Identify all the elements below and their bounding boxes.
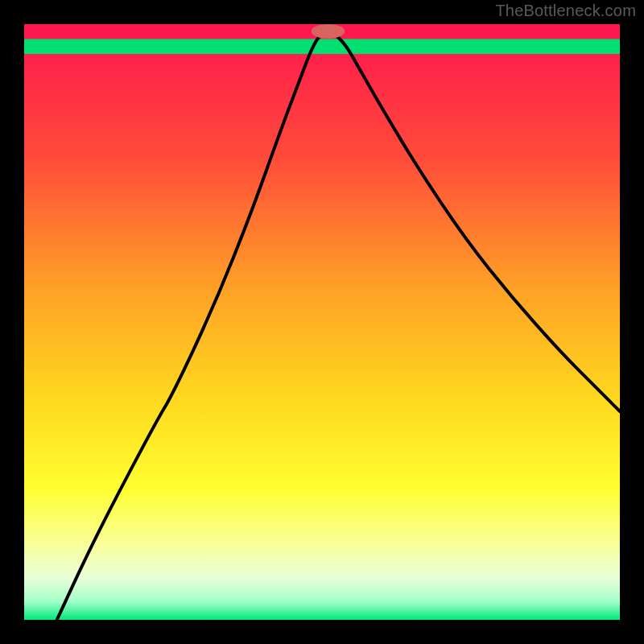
chart-frame: TheBottleneck.com bbox=[0, 0, 644, 644]
bottleneck-chart bbox=[0, 0, 644, 644]
optimal-marker bbox=[312, 24, 345, 39]
watermark-text: TheBottleneck.com bbox=[495, 2, 636, 20]
plot-area bbox=[24, 24, 620, 620]
optimal-band bbox=[24, 39, 620, 55]
